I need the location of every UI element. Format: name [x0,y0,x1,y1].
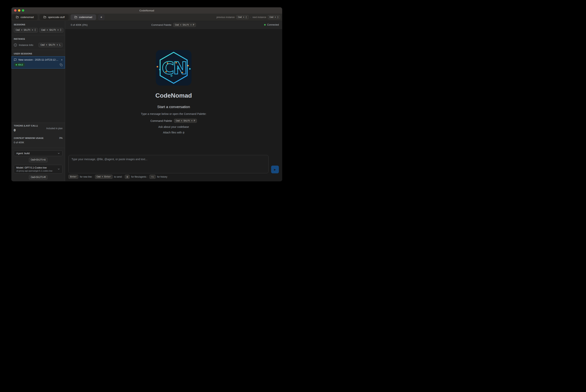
sessions-section: SESSIONS Cmd + Shift + [ Cmd + Shift + ] [12,21,65,35]
folder-open-icon [44,16,46,18]
at-kbd: @ [125,175,130,179]
session-list-item-selected[interactable]: New session - 2025-11-14T23:12:... × IDL… [12,56,65,68]
logo-monogram: CN [162,58,186,78]
context-usage-detail: 0 of 400K [14,141,63,144]
chevron-down-icon [57,168,60,170]
tab-codenomad-1[interactable]: codenomad [12,14,38,20]
main-header: 0 of 400K (0%) Command Palette Cmd + Shi… [65,21,282,29]
sessions-header: SESSIONS [14,24,63,26]
start-conversation-heading: Start a conversation [157,105,190,109]
app-window: CodeNomad codenomad opencode-stuff cod [12,7,282,181]
session-status-badge: IDLE [14,63,25,66]
hint-text: for files/agents · [131,176,148,178]
folder-open-icon [16,16,19,18]
next-instance-label: next instance [253,16,266,18]
app-name: CodeNomad [155,92,192,99]
zoom-window-button[interactable] [22,9,24,12]
tip-attach: Attach files with@ [163,131,184,134]
folder-open-icon [75,16,77,18]
command-palette-kbd: Cmd + Shift + P [173,23,196,27]
arrows-kbd: ↑↓ [149,175,155,179]
hint-text: for history [157,176,167,178]
enter-kbd: Enter [69,175,78,179]
status-label: IDLE [18,64,23,66]
tab-codenomad-2-active[interactable]: codenomad [71,14,96,20]
message-input-container [69,155,269,173]
close-window-button[interactable] [14,9,17,12]
instance-section: INSTANCE Instance Info Cmd + Shift + L [12,35,65,50]
at-symbol: @ [183,131,184,134]
tab-label: codenomad [21,16,34,18]
connected-dot-icon [264,24,266,26]
context-usage-indicator: 0 of 400K (0%) [71,24,88,26]
hint-separator: · [250,16,251,18]
title-bar: CodeNomad [12,7,282,14]
session-list-empty-area [12,68,65,122]
minimize-window-button[interactable] [18,9,20,12]
chevron-down-icon [57,152,60,155]
start-conversation-subtext: Type a message below or open the Command… [141,112,206,116]
agent-select-value: Agent: build [16,152,57,155]
session-title: New session - 2025-11-14T23:12:... [19,58,59,61]
tip-attach-text: Attach files with [163,131,182,134]
tokens-header: TOKENS (LAST CALL) [14,124,46,127]
send-icon: ▶ [274,168,276,171]
empty-state: CN CodeNomad Start a conversation [65,29,282,155]
model-select-sub: cli-proxy-api-openai/gpt-5.1-codex-low [16,170,57,172]
instance-switch-hints: previous instance Cmd + [ · next instanc… [216,15,280,19]
user-sessions-section: USER SESSIONS [12,50,65,56]
tokens-value: 0 [14,128,46,132]
connection-status: Connected [267,24,279,26]
instance-info-label: Instance Info [19,44,33,46]
composer: ▶ [65,155,282,173]
agent-select[interactable]: Agent: build [14,150,63,156]
model-select-value: Model: GPT-5.1-Codex-low [16,166,57,169]
copy-session-icon[interactable] [60,63,63,66]
hint-text: to send · [114,176,123,178]
palette-tip-label: Command Palette [150,119,172,122]
next-session-kbd: Cmd + Shift + ] [39,28,63,32]
tab-label: codenomad [79,16,92,18]
instance-tab-bar: codenomad opencode-stuff codenomad + pre… [12,14,282,21]
previous-instance-kbd: Cmd + [ [236,15,249,19]
tab-label: opencode-stuff [48,16,65,18]
instance-info-row[interactable]: Instance Info Cmd + Shift + L [14,43,63,48]
instance-info-kbd: Cmd + Shift + L [39,43,63,48]
prev-session-kbd: Cmd + Shift + [ [14,28,38,32]
message-input[interactable] [69,155,268,173]
previous-instance-label: previous instance [216,16,235,18]
composer-hint-bar: Enter for new line · Cmd + Enter to send… [65,173,282,181]
close-session-icon[interactable]: × [61,58,63,61]
status-dot-icon [16,64,17,66]
agent-select-kbd: Cmd+Shift+A [29,158,48,162]
user-sessions-header: USER SESSIONS [14,52,63,55]
codenomad-logo: CN [156,50,192,86]
send-button[interactable]: ▶ [271,166,279,173]
model-select-kbd: Cmd+Shift+M [29,175,48,180]
tokens-section: TOKENS (LAST CALL) 0 Included in plan CO… [12,123,65,148]
tokens-plan-note: Included in plan [46,127,63,130]
command-palette-label[interactable]: Command Palette [151,24,172,26]
cmd-enter-kbd: Cmd + Enter [95,175,113,179]
model-select[interactable]: Model: GPT-5.1-Codex-low cli-proxy-api-o… [14,165,63,174]
context-usage-percent: 0% [59,137,63,140]
new-tab-button[interactable]: + [98,14,105,20]
instance-header: INSTANCE [14,38,63,40]
next-instance-kbd: Cmd + ] [268,15,280,19]
context-usage-header: CONTEXT WINDOW USAGE [14,137,44,139]
info-icon [14,44,17,47]
chat-bubble-icon [14,58,17,61]
agent-model-section: Agent: build Cmd+Shift+A Model: GPT-5.1-… [12,148,65,181]
main-panel: 0 of 400K (0%) Command Palette Cmd + Shi… [65,21,282,181]
sidebar: SESSIONS Cmd + Shift + [ Cmd + Shift + ]… [12,21,65,181]
tip-codebase: Ask about your codebase [158,125,189,128]
window-title: CodeNomad [139,9,154,12]
palette-tip-kbd: Cmd + Shift + P [174,119,197,123]
hint-text: for new line · [80,176,93,178]
tab-opencode-stuff[interactable]: opencode-stuff [40,14,69,20]
traffic-lights [14,7,24,14]
desktop-background: CodeNomad codenomad opencode-stuff cod [0,0,293,196]
